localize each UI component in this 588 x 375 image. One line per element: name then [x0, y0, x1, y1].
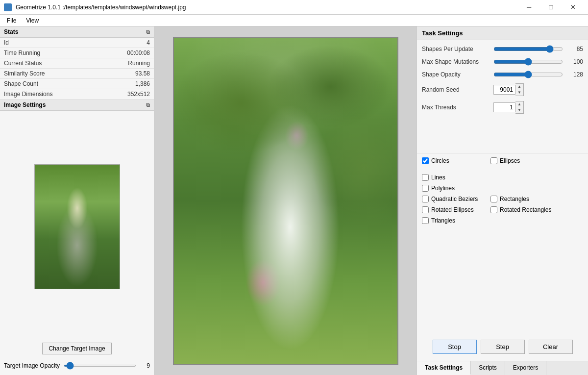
shapes-per-update-label: Shapes Per Update [422, 46, 490, 52]
menu-view[interactable]: View [21, 16, 44, 25]
table-row: Similarity Score93.58 [0, 69, 154, 79]
lines-label[interactable]: Lines [431, 174, 445, 181]
checkbox-row-4: Triangles [422, 217, 583, 224]
titlebar-controls: ─ □ ✕ [518, 0, 584, 15]
checkbox-rotated-rectangles: Rotated Rectangles [490, 206, 551, 213]
max-shape-mutations-row: Max Shape Mutations 100 [422, 58, 583, 66]
app-icon [4, 3, 12, 11]
clear-button[interactable]: Clear [529, 340, 573, 354]
stat-value: 1,386 [92, 79, 154, 89]
rectangles-checkbox[interactable] [490, 196, 497, 202]
thumbnail-figure [35, 165, 120, 289]
checkbox-row-1b: Polylines [422, 185, 583, 192]
max-threads-input[interactable] [493, 102, 515, 112]
stat-value: 00:00:08 [92, 48, 154, 58]
table-row: Current StatusRunning [0, 58, 154, 69]
opacity-row: Target Image Opacity 9 [0, 359, 154, 375]
ellipses-checkbox[interactable] [490, 157, 497, 164]
polylines-label[interactable]: Polylines [431, 185, 455, 192]
table-row: Shape Count1,386 [0, 79, 154, 89]
right-panel: Task Settings Shapes Per Update 85 Max S… [416, 26, 588, 375]
image-settings-collapse-icon[interactable]: ⧉ [146, 102, 150, 108]
stat-value: 93.58 [92, 69, 154, 79]
image-settings-header: Image Settings ⧉ [0, 100, 154, 111]
menubar: File View [0, 15, 588, 26]
shapes-per-update-slider[interactable] [493, 45, 563, 53]
circles-label[interactable]: Circles [431, 157, 449, 164]
max-shape-mutations-label: Max Shape Mutations [422, 58, 490, 65]
checkbox-row-1: Circles Ellipses Lines [422, 157, 583, 181]
opacity-slider[interactable] [64, 365, 136, 367]
thumbnail-area [0, 111, 154, 343]
quadratic-beziers-checkbox[interactable] [422, 196, 429, 202]
triangles-checkbox[interactable] [422, 217, 429, 224]
max-threads-label: Max Threads [422, 104, 490, 111]
menu-file[interactable]: File [2, 16, 21, 25]
image-settings-section: Image Settings ⧉ Change Target Image Tar… [0, 100, 154, 375]
circles-checkbox[interactable] [422, 157, 429, 164]
step-button[interactable]: Step [481, 340, 525, 354]
stats-collapse-icon[interactable]: ⧉ [146, 29, 150, 35]
quadratic-beziers-label[interactable]: Quadratic Beziers [431, 196, 478, 202]
titlebar: Geometrize 1.0.1 :/templates/templates/w… [0, 0, 588, 15]
shape-opacity-slider[interactable] [493, 71, 563, 78]
change-target-button[interactable]: Change Target Image [42, 343, 111, 354]
canvas-area [154, 26, 416, 375]
titlebar-left: Geometrize 1.0.1 :/templates/templates/w… [4, 3, 186, 11]
lines-checkbox[interactable] [422, 174, 429, 181]
stat-label: Time Running [0, 48, 92, 58]
rotated-ellipses-checkbox[interactable] [422, 206, 429, 213]
polylines-checkbox[interactable] [422, 185, 429, 192]
rotated-rectangles-label[interactable]: Rotated Rectangles [500, 206, 551, 213]
stat-label: Id [0, 38, 92, 48]
table-row: Image Dimensions352x512 [0, 89, 154, 100]
settings-content: Shapes Per Update 85 Max Shape Mutations… [417, 40, 588, 153]
random-seed-input[interactable] [493, 85, 515, 95]
checkbox-row-2: Quadratic Beziers Rectangles [422, 196, 583, 202]
ellipses-label[interactable]: Ellipses [500, 157, 520, 164]
tab-exporters[interactable]: Exporters [505, 361, 546, 375]
stat-label: Image Dimensions [0, 89, 92, 100]
stat-label: Shape Count [0, 79, 92, 89]
stat-value: Running [92, 58, 154, 69]
stats-title: Stats [4, 28, 18, 35]
random-seed-up-button[interactable]: ▲ [515, 84, 523, 90]
rotated-rectangles-checkbox[interactable] [490, 206, 497, 213]
tab-task-settings[interactable]: Task Settings [417, 361, 471, 375]
checkbox-triangles: Triangles [422, 217, 481, 224]
task-settings-title: Task Settings [417, 26, 588, 40]
max-shape-mutations-slider[interactable] [493, 58, 563, 66]
shapes-per-update-value: 85 [566, 46, 583, 52]
max-threads-row: Max Threads ▲ ▼ [422, 101, 583, 114]
opacity-label: Target Image Opacity [4, 362, 60, 369]
random-seed-down-button[interactable]: ▼ [515, 90, 523, 96]
table-row: Time Running00:00:08 [0, 48, 154, 58]
tab-scripts[interactable]: Scripts [471, 361, 505, 375]
close-button[interactable]: ✕ [562, 0, 584, 15]
rectangles-label[interactable]: Rectangles [500, 196, 529, 202]
max-threads-spinbox: ▲ ▼ [493, 101, 524, 114]
bottom-tabs: Task Settings Scripts Exporters [417, 361, 588, 375]
triangles-label[interactable]: Triangles [431, 217, 455, 224]
canvas-painting [174, 38, 397, 364]
shape-opacity-label: Shape Opacity [422, 71, 490, 78]
titlebar-title: Geometrize 1.0.1 :/templates/templates/w… [16, 4, 186, 11]
minimize-button[interactable]: ─ [518, 0, 540, 15]
checkbox-rectangles: Rectangles [490, 196, 549, 202]
stop-button[interactable]: Stop [433, 340, 477, 354]
maximize-button[interactable]: □ [540, 0, 562, 15]
stat-label: Current Status [0, 58, 92, 69]
max-threads-down-button[interactable]: ▼ [515, 107, 523, 113]
max-threads-up-button[interactable]: ▲ [515, 101, 523, 107]
image-settings-title: Image Settings [4, 101, 46, 108]
shape-opacity-row: Shape Opacity 128 [422, 71, 583, 78]
action-buttons: Stop Step Clear [422, 340, 583, 354]
opacity-value: 9 [140, 362, 150, 369]
canvas-frame [173, 37, 398, 365]
max-shape-mutations-value: 100 [566, 58, 583, 65]
thumbnail [34, 164, 120, 289]
shape-opacity-value: 128 [566, 71, 583, 78]
rotated-ellipses-label[interactable]: Rotated Ellipses [431, 206, 474, 213]
checkbox-circles: Circles [422, 157, 481, 164]
random-seed-spinbox-buttons: ▲ ▼ [515, 83, 524, 96]
